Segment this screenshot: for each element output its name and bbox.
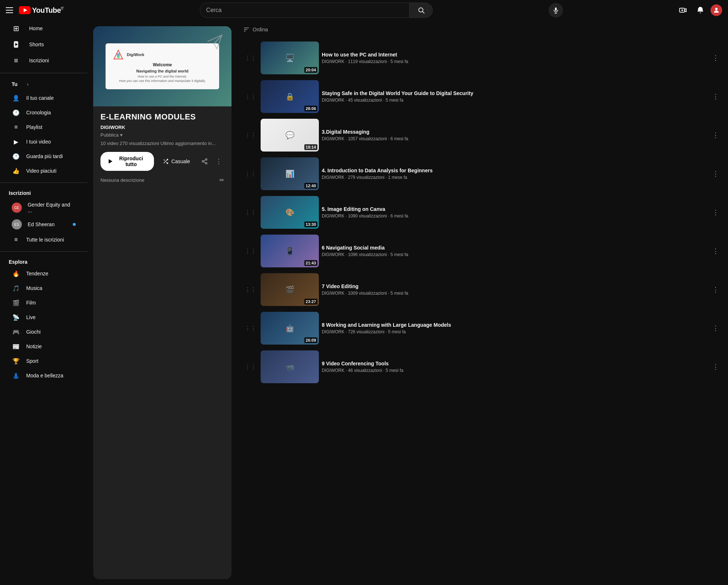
- drag-handle[interactable]: ⋮⋮: [243, 323, 258, 333]
- video-menu-button[interactable]: ⋮: [709, 51, 722, 64]
- playlist-description: Nessuna descrizione: [100, 177, 145, 183]
- svg-line-5: [423, 12, 424, 13]
- mic-button[interactable]: [549, 3, 563, 17]
- video-thumbnail: 🔒 28:06: [261, 80, 319, 113]
- avatar: ES: [12, 219, 22, 229]
- video-menu-button[interactable]: ⋮: [709, 322, 722, 335]
- sidebar-item-musica[interactable]: 🎵 Musica: [3, 281, 84, 295]
- news-icon: 📰: [12, 342, 20, 351]
- sidebar-item-playlist[interactable]: ≡ Playlist: [3, 120, 84, 134]
- your-videos-icon: ▶: [12, 137, 20, 146]
- share-button[interactable]: [199, 155, 210, 168]
- sidebar-item-giochi[interactable]: 🎮 Giochi: [3, 325, 84, 339]
- topbar-right: [676, 3, 722, 17]
- sidebar-item-ed-sheeran[interactable]: ES Ed Sheeran: [3, 216, 84, 232]
- video-meta: How to use the PC and Internet DIGIWORK …: [322, 52, 706, 64]
- video-item-9[interactable]: ⋮⋮ 📹 9 Video Conferencing Tools DIGIWORK…: [237, 348, 728, 386]
- fashion-icon: 👗: [12, 371, 20, 380]
- video-item-7[interactable]: ⋮⋮ 🎬 23:27 7 Video Editing DIGIWORK · 10…: [237, 270, 728, 309]
- video-menu-button[interactable]: ⋮: [709, 167, 722, 180]
- sidebar-item-tutte-le-iscrizioni[interactable]: ≡ Tutte le iscrizioni: [3, 232, 84, 247]
- drag-handle[interactable]: ⋮⋮: [243, 208, 258, 217]
- video-title: 9 Video Conferencing Tools: [322, 361, 706, 366]
- playlist-description-section: ✏ Nessuna descrizione: [100, 177, 224, 183]
- thumb-icon: 📊: [285, 169, 294, 178]
- video-item-5[interactable]: ⋮⋮ 🎨 13:30 5. Image Editing on Canva DIG…: [237, 193, 728, 232]
- sidebar-item-label: Musica: [26, 285, 42, 291]
- sidebar-item-shorts[interactable]: Shorts: [3, 36, 84, 52]
- video-menu-button[interactable]: ⋮: [709, 283, 722, 296]
- svg-point-21: [205, 162, 207, 164]
- drag-handle[interactable]: ⋮⋮: [243, 285, 258, 295]
- sidebar-section-tu[interactable]: Tu ›: [3, 78, 84, 91]
- play-all-button[interactable]: Riproduci tutto: [100, 152, 154, 171]
- shorts-icon: [12, 40, 20, 49]
- sidebar-item-moda-e-bellezza[interactable]: 👗 Moda e bellezza: [3, 368, 84, 383]
- sidebar-item-label: Shorts: [29, 42, 44, 47]
- description-edit-icon[interactable]: ✏: [219, 177, 224, 184]
- drag-handle[interactable]: ⋮⋮: [243, 130, 258, 140]
- drag-handle[interactable]: ⋮⋮: [243, 362, 258, 372]
- video-item-1[interactable]: ⋮⋮ 🖥️ 20:04 How to use the PC and Intern…: [237, 39, 728, 77]
- video-menu-button[interactable]: ⋮: [709, 360, 722, 373]
- video-stats: DIGIWORK · 46 visualizzazioni · 5 mesi f…: [322, 368, 706, 373]
- svg-point-19: [205, 159, 207, 161]
- sidebar-item-sport[interactable]: 🏆 Sport: [3, 354, 84, 368]
- sidebar-item-i-tuoi-video[interactable]: ▶ I tuoi video: [3, 134, 84, 149]
- sidebar-item-iscrizioni[interactable]: ≡ Iscrizioni: [3, 52, 84, 68]
- sidebar-item-label: Tutte le iscrizioni: [26, 237, 64, 243]
- sidebar-item-label: Film: [26, 300, 36, 306]
- sidebar-item-cronologia[interactable]: 🕐 Cronologia: [3, 105, 84, 120]
- drag-handle[interactable]: ⋮⋮: [243, 169, 258, 179]
- video-item-8[interactable]: ⋮⋮ 🤖 26:09 8 Working and Learning with L…: [237, 309, 728, 348]
- thumb-icon: 🎨: [285, 208, 294, 217]
- video-item-6[interactable]: ⋮⋮ 📱 21:43 6 Navigating Social media DIG…: [237, 232, 728, 270]
- drag-handle[interactable]: ⋮⋮: [243, 92, 258, 102]
- video-menu-button[interactable]: ⋮: [709, 244, 722, 258]
- sidebar-item-label: Gender Equity and ...: [28, 202, 76, 213]
- sidebar-item-home[interactable]: ⊞ Home: [3, 20, 84, 36]
- sidebar-item-film[interactable]: 🎬 Film: [3, 295, 84, 310]
- main-content: DigiWork Welcome Navigating the digital …: [87, 0, 728, 585]
- sidebar-item-gender-equity[interactable]: GE Gender Equity and ...: [3, 199, 84, 216]
- user-avatar-button[interactable]: [711, 4, 722, 16]
- thumb-icon: 🖥️: [285, 54, 294, 62]
- search-input[interactable]: [200, 4, 409, 16]
- drag-handle[interactable]: ⋮⋮: [243, 246, 258, 256]
- sort-bar[interactable]: Ordina: [237, 26, 728, 39]
- video-item-3[interactable]: ⋮⋮ 💬 19:14 3.Digital Messaging DIGIWORK …: [237, 116, 728, 154]
- visibility-label[interactable]: Pubblica: [100, 132, 119, 138]
- sort-label: Ordina: [253, 27, 268, 32]
- sidebar-item-live[interactable]: 📡 Live: [3, 310, 84, 325]
- sidebar-item-il-tuo-canale[interactable]: 👤 Il tuo canale: [3, 91, 84, 105]
- sidebar-item-notizie[interactable]: 📰 Notizie: [3, 339, 84, 354]
- video-list: Ordina ⋮⋮ 🖥️ 20:04 How to use the PC and…: [237, 20, 728, 585]
- sidebar-item-video-piaciuti[interactable]: 👍 Video piaciuti: [3, 164, 84, 178]
- hamburger-menu[interactable]: [6, 7, 13, 13]
- shuffle-button[interactable]: Casuale: [157, 155, 196, 168]
- create-button[interactable]: [676, 3, 690, 17]
- sidebar-item-tendenze[interactable]: 🔥 Tendenze: [3, 266, 84, 281]
- video-menu-button[interactable]: ⋮: [709, 206, 722, 219]
- video-item-2[interactable]: ⋮⋮ 🔒 28:06 Staying Safe in the Digital W…: [237, 77, 728, 116]
- search-button[interactable]: [409, 3, 432, 17]
- more-options-button[interactable]: ⋮: [213, 155, 224, 168]
- svg-line-22: [203, 162, 205, 163]
- notification-button[interactable]: [693, 3, 708, 17]
- svg-point-15: [117, 55, 120, 58]
- watch-later-icon: 🕐: [12, 152, 20, 161]
- visibility-chevron[interactable]: ▾: [120, 132, 123, 138]
- video-menu-button[interactable]: ⋮: [709, 90, 722, 103]
- youtube-logo[interactable]: YouTubeIT: [19, 6, 64, 15]
- video-item-4[interactable]: ⋮⋮ 📊 12:40 4. Introduction to Data Analy…: [237, 154, 728, 193]
- drag-handle[interactable]: ⋮⋮: [243, 53, 258, 63]
- video-meta: 3.Digital Messaging DIGIWORK · 1057 visu…: [322, 129, 706, 141]
- video-thumbnail: 🎨 13:30: [261, 196, 319, 229]
- video-stats: DIGIWORK · 1057 visualizzazioni · 6 mesi…: [322, 136, 706, 141]
- video-title: Staying Safe in the Digital World Your G…: [322, 90, 706, 96]
- video-stats: DIGIWORK · 1119 visualizzazioni · 5 mesi…: [322, 59, 706, 64]
- sidebar-item-guarda-piu-tardi[interactable]: 🕐 Guarda più tardi: [3, 149, 84, 164]
- video-menu-button[interactable]: ⋮: [709, 129, 722, 142]
- music-icon: 🎵: [12, 284, 20, 292]
- sidebar-item-label: Live: [26, 314, 36, 320]
